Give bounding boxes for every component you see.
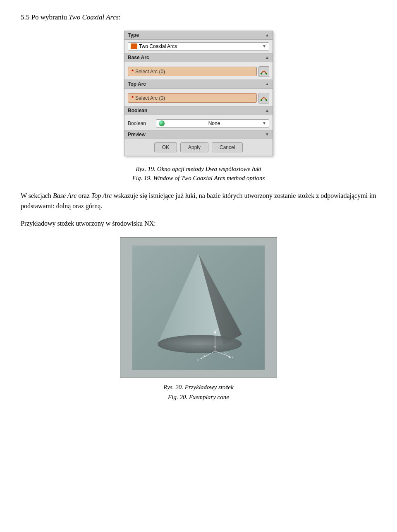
top-arc-section-body: * Select Arc (0) <box>124 89 273 106</box>
boolean-dropdown-arrow: ▼ <box>262 121 266 125</box>
body-paragraph-2: Przykładowy stożek utworzony w środowisk… <box>21 218 376 229</box>
type-section-body: Two Coaxial Arcs ▼ <box>124 40 273 53</box>
svg-text:XC: XC <box>203 354 208 358</box>
base-arc-label: Base Arc <box>128 55 149 60</box>
type-dropdown[interactable]: Two Coaxial Arcs ▼ <box>128 42 269 51</box>
preview-section: Preview ▼ <box>124 130 273 139</box>
fig20-line2: Fig. 20. Exemplary cone <box>168 394 229 400</box>
top-arc-section-header[interactable]: Top Arc ▲ <box>124 80 273 89</box>
base-arc-section-header[interactable]: Base Arc ▲ <box>124 53 273 62</box>
type-dropdown-arrow: ▼ <box>262 44 266 48</box>
svg-text:y: y <box>232 355 234 359</box>
svg-text:z: z <box>216 328 218 332</box>
body-text-mid: oraz <box>77 192 91 199</box>
body-text-base-arc: Base Arc <box>53 192 77 199</box>
boolean-dropdown[interactable]: None ▼ <box>156 119 269 128</box>
svg-point-0 <box>261 73 262 75</box>
section-heading: 5.5 Po wybraniu Two Coaxial Arcs: <box>21 12 376 22</box>
body-text-top-arc: Top Arc <box>91 192 112 199</box>
base-arc-icon-svg <box>260 68 268 75</box>
fig20-caption: Rys. 20. Przykładowy stożek Fig. 20. Exe… <box>21 382 376 402</box>
preview-expand-btn[interactable]: ▼ <box>265 132 269 137</box>
fig19-line1: Rys. 19. Okno opcji metody Dwa wspólosio… <box>136 166 261 172</box>
cone-image-box: z y x ZC YC XC <box>120 237 277 378</box>
top-arc-icon-btn[interactable] <box>258 93 269 104</box>
svg-point-3 <box>265 99 267 101</box>
svg-text:YC: YC <box>224 351 229 355</box>
fig19-caption: Rys. 19. Okno opcji metody Dwa wspólosio… <box>21 164 376 183</box>
svg-text:x: x <box>197 357 199 361</box>
body-text-intro: W sekcjach <box>21 192 53 199</box>
heading-prefix: 5.5 Po wybraniu <box>21 13 69 21</box>
fig20-line1: Rys. 20. Przykładowy stożek <box>163 384 233 390</box>
type-icon <box>131 43 137 49</box>
type-collapse-btn[interactable]: ▲ <box>265 33 269 37</box>
svg-point-1 <box>265 73 267 75</box>
type-section-header[interactable]: Type ▲ <box>124 31 273 40</box>
top-arc-asterisk: * <box>132 95 134 101</box>
svg-point-2 <box>261 99 262 101</box>
fig19-line2: Fig. 19. Window of Two Coaxial Arcs meth… <box>132 175 265 181</box>
cone-svg: z y x ZC YC XC <box>132 246 265 370</box>
top-arc-label: Top Arc <box>128 81 146 87</box>
boolean-section-header[interactable]: Boolean ▲ <box>124 106 273 115</box>
dialog-box: Type ▲ Two Coaxial Arcs ▼ Base Arc ▲ * S… <box>124 31 273 156</box>
svg-text:ZC: ZC <box>213 345 218 349</box>
boolean-collapse-btn[interactable]: ▲ <box>265 108 269 113</box>
top-arc-row: * Select Arc (0) <box>128 93 269 104</box>
boolean-row: Boolean None ▼ <box>128 119 269 128</box>
base-arc-asterisk: * <box>132 68 134 75</box>
boolean-field-label: Boolean <box>128 120 153 126</box>
base-arc-section-body: * Select Arc (0) <box>124 62 273 80</box>
dialog-buttons: OK Apply Cancel <box>124 139 273 156</box>
boolean-section-body: Boolean None ▼ <box>124 115 273 130</box>
type-section-label: Type <box>128 32 139 38</box>
boolean-icon <box>159 120 165 126</box>
heading-suffix: : <box>119 13 121 21</box>
dialog-wrapper: Type ▲ Two Coaxial Arcs ▼ Base Arc ▲ * S… <box>21 31 376 156</box>
top-arc-icon-svg <box>260 94 268 102</box>
preview-label: Preview <box>128 132 146 137</box>
svg-point-7 <box>158 335 242 353</box>
top-arc-select-btn[interactable]: * Select Arc (0) <box>128 93 257 103</box>
cone-image-wrapper: z y x ZC YC XC <box>21 237 376 378</box>
heading-italic: Two Coaxial Arcs <box>69 13 119 21</box>
cancel-button[interactable]: Cancel <box>212 142 243 152</box>
boolean-section-label: Boolean <box>128 108 147 113</box>
base-arc-btn-text: Select Arc (0) <box>135 69 165 75</box>
boolean-value-text: None <box>208 120 220 126</box>
base-arc-collapse-btn[interactable]: ▲ <box>265 55 269 60</box>
ok-button[interactable]: OK <box>154 142 177 152</box>
apply-button[interactable]: Apply <box>180 142 208 152</box>
top-arc-btn-text: Select Arc (0) <box>135 95 165 101</box>
base-arc-row: * Select Arc (0) <box>128 66 269 77</box>
preview-section-header[interactable]: Preview ▼ <box>124 130 273 139</box>
type-dropdown-text: Two Coaxial Arcs <box>139 43 262 49</box>
top-arc-collapse-btn[interactable]: ▲ <box>265 82 269 86</box>
base-arc-icon-btn[interactable] <box>258 66 269 77</box>
body-paragraph-1: W sekcjach Base Arc oraz Top Arc wskazuj… <box>21 190 376 212</box>
base-arc-select-btn[interactable]: * Select Arc (0) <box>128 67 257 76</box>
